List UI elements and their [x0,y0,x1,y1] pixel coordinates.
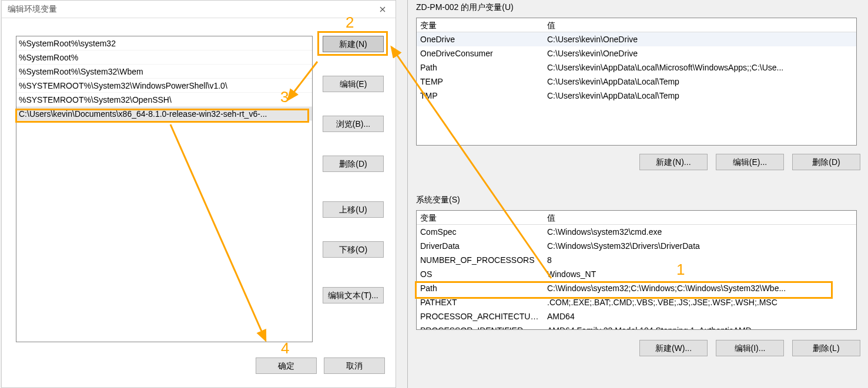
table-row[interactable]: PathC:\Windows\system32;C:\Windows;C:\Wi… [417,281,856,295]
edittext-button[interactable]: 编辑文本(T)... [323,287,384,303]
edit-env-var-dialog: 编辑环境变量 %SystemRoot%\system32%SystemRoot%… [1,0,396,388]
path-buttons-column: 新建(N) 编辑(E) 浏览(B)... 删除(D) 上移(U) 下移(O) 编… [323,36,384,303]
sys-vars-label: 系统变量(S) [416,195,460,205]
cell-value: C:\Windows\system32\cmd.exe [544,225,856,239]
table-row[interactable]: PROCESSOR_ARCHITECTUREAMD64 [417,309,856,323]
cell-name: DriverData [417,239,544,253]
user-edit-button[interactable]: 编辑(E)... [716,154,784,170]
path-row[interactable]: C:\Users\kevin\Documents\x86_64-8.1.0-re… [16,107,312,121]
cell-value: C:\Users\kevin\AppData\Local\Temp [544,75,856,89]
path-row[interactable]: %SystemRoot% [16,50,312,65]
sys-new-button[interactable]: 新建(W)... [639,340,708,356]
cell-name: TEMP [417,75,544,89]
path-row[interactable]: %SystemRoot%\System32\Wbem [16,65,312,79]
movedown-button[interactable]: 下移(O) [323,241,384,258]
user-vars-table[interactable]: 变量 值 OneDriveC:\Users\kevin\OneDriveOneD… [416,18,857,146]
cell-value: AMD64 Family 23 Model 104 Stepping 1, Au… [544,323,856,329]
new-button[interactable]: 新建(N) [323,36,384,52]
sys-table-buttons: 新建(W)... 编辑(I)... 删除(L) [639,340,860,356]
cell-value: C:\Windows\system32;C:\Windows;C:\Window… [544,281,856,295]
sys-vars-rows[interactable]: ComSpecC:\Windows\system32\cmd.exeDriver… [417,225,856,329]
cell-name: Path [417,60,544,75]
cancel-button[interactable]: 取消 [324,357,385,374]
cell-name: NUMBER_OF_PROCESSORS [417,253,544,267]
edit-button[interactable]: 编辑(E) [323,76,384,92]
sys-vars-table[interactable]: 变量 值 ComSpecC:\Windows\system32\cmd.exeD… [416,210,857,330]
user-delete-button[interactable]: 删除(D) [792,154,860,170]
table-row[interactable]: PROCESSOR_IDENTIFIERAMD64 Family 23 Mode… [417,323,856,329]
moveup-button[interactable]: 上移(U) [323,201,384,218]
cell-name: PROCESSOR_ARCHITECTURE [417,309,544,323]
cell-value: C:\Windows\System32\Drivers\DriverData [544,239,856,253]
sys-delete-button[interactable]: 删除(L) [792,340,860,356]
ok-button[interactable]: 确定 [256,357,317,374]
cell-value: 8 [544,253,856,267]
cell-value: AMD64 [544,309,856,323]
path-list[interactable]: %SystemRoot%\system32%SystemRoot%%System… [16,36,313,342]
path-row[interactable]: %SYSTEMROOT%\System32\WindowsPowerShell\… [16,79,312,93]
table-row[interactable]: PathC:\Users\kevin\AppData\Local\Microso… [417,60,856,75]
path-row[interactable]: %SystemRoot%\system32 [16,36,312,50]
delete-button[interactable]: 删除(D) [323,156,384,172]
header-name: 变量 [417,211,544,224]
table-header: 变量 值 [417,18,856,32]
user-vars-rows[interactable]: OneDriveC:\Users\kevin\OneDriveOneDriveC… [417,32,856,145]
user-table-buttons: 新建(N)... 编辑(E)... 删除(D) [639,154,860,170]
header-value: 值 [544,18,856,32]
cell-name: PROCESSOR_IDENTIFIER [417,323,544,329]
table-row[interactable]: NUMBER_OF_PROCESSORS8 [417,253,856,267]
table-row[interactable]: TEMPC:\Users\kevin\AppData\Local\Temp [417,75,856,89]
sys-edit-button[interactable]: 编辑(I)... [716,340,784,356]
browse-button[interactable]: 浏览(B)... [323,116,384,132]
cell-value: C:\Users\kevin\OneDrive [544,32,856,46]
cell-name: OS [417,267,544,281]
dialog-bottom-buttons: 确定 取消 [256,357,385,374]
user-new-button[interactable]: 新建(N)... [639,154,708,170]
cell-value: Windows_NT [544,267,856,281]
cell-name: Path [417,281,544,295]
table-row[interactable]: ComSpecC:\Windows\system32\cmd.exe [417,225,856,239]
user-vars-label: ZD-PM-002 的用户变量(U) [416,2,514,13]
cell-value: C:\Users\kevin\OneDrive [544,46,856,60]
table-row[interactable]: OSWindows_NT [417,267,856,281]
header-name: 变量 [417,18,544,32]
cell-value: C:\Users\kevin\AppData\Local\Microsoft\W… [544,60,856,75]
cell-name: TMP [417,89,544,103]
table-row[interactable]: DriverDataC:\Windows\System32\Drivers\Dr… [417,239,856,253]
cell-name: OneDriveConsumer [417,46,544,60]
dialog-title: 编辑环境变量 [8,4,369,15]
table-row[interactable]: TMPC:\Users\kevin\AppData\Local\Temp [417,89,856,103]
close-icon [380,6,386,12]
cell-value: C:\Users\kevin\AppData\Local\Temp [544,89,856,103]
cell-name: OneDrive [417,32,544,46]
env-vars-dialog: ZD-PM-002 的用户变量(U) 变量 值 OneDriveC:\Users… [407,0,863,388]
titlebar: 编辑环境变量 [2,1,396,18]
cell-value: .COM;.EXE;.BAT;.CMD;.VBS;.VBE;.JS;.JSE;.… [544,295,856,309]
header-value: 值 [544,211,856,224]
table-row[interactable]: OneDriveConsumerC:\Users\kevin\OneDrive [417,46,856,60]
cell-name: PATHEXT [417,295,544,309]
cell-name: ComSpec [417,225,544,239]
close-button[interactable] [369,1,396,18]
path-row[interactable]: %SYSTEMROOT%\System32\OpenSSH\ [16,93,312,107]
table-row[interactable]: PATHEXT.COM;.EXE;.BAT;.CMD;.VBS;.VBE;.JS… [417,295,856,309]
table-row[interactable]: OneDriveC:\Users\kevin\OneDrive [417,32,856,46]
table-header: 变量 值 [417,211,856,225]
